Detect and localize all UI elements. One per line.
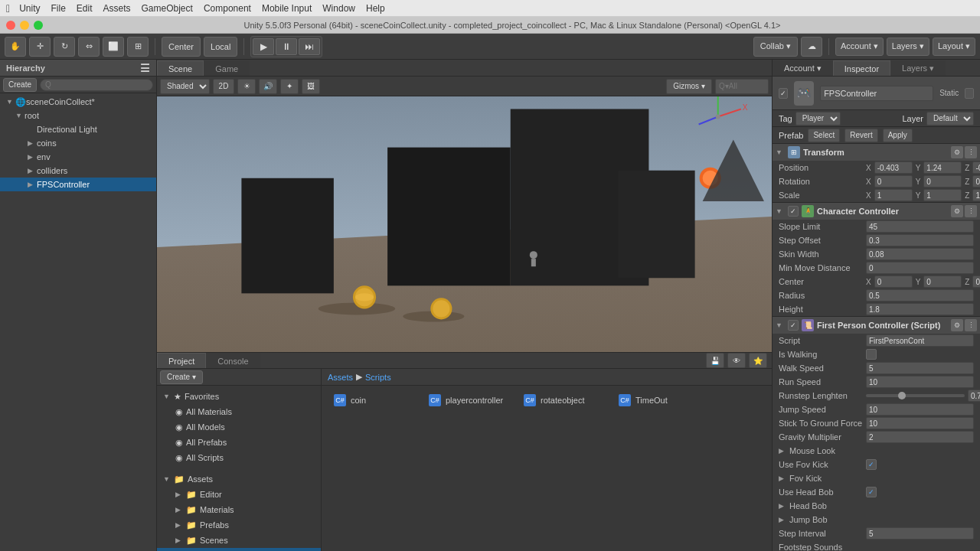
tab-layers[interactable]: Layers ▾ <box>890 60 946 76</box>
pause-button[interactable]: ⏸ <box>276 38 297 55</box>
menu-window[interactable]: Window <box>322 3 355 14</box>
jump-speed-input[interactable] <box>866 403 974 416</box>
use-head-bob-checkbox[interactable] <box>866 487 877 497</box>
menu-edit[interactable]: Edit <box>77 3 93 14</box>
scale-z-input[interactable] <box>972 189 980 201</box>
sidebar-materials[interactable]: ▶ 📁 Materials <box>157 502 321 517</box>
project-eye-btn[interactable]: 👁 <box>727 353 746 368</box>
step-offset-input[interactable] <box>866 234 974 246</box>
gravity-input[interactable] <box>866 431 974 443</box>
hierarchy-item-light[interactable]: Directional Light <box>0 122 156 136</box>
sidebar-scenes[interactable]: ▶ 📁 Scenes <box>157 533 321 548</box>
fov-kick-row[interactable]: ▶ Fov Kick <box>773 471 980 485</box>
rot-y-input[interactable] <box>923 175 962 187</box>
hierarchy-item-coins[interactable]: ▶ coins <box>0 136 156 150</box>
tab-inspector[interactable]: Inspector <box>833 60 890 76</box>
radius-input[interactable] <box>866 289 974 302</box>
hierarchy-item-root[interactable]: ▼ root <box>0 109 156 122</box>
step-button[interactable]: ⏭ <box>299 38 320 55</box>
sidebar-all-materials[interactable]: ◉ All Materials <box>157 404 321 419</box>
transform-more-icon[interactable]: ⋮ <box>965 146 977 158</box>
scale-y-input[interactable] <box>923 189 962 201</box>
move-tool-button[interactable]: ✛ <box>29 37 51 57</box>
sidebar-all-scripts[interactable]: ◉ All Scripts <box>157 450 321 465</box>
mouse-look-row[interactable]: ▶ Mouse Look <box>773 444 980 458</box>
transform-header[interactable]: ▼ ⊞ Transform ⚙ ⋮ <box>773 144 980 161</box>
hierarchy-item-fps[interactable]: ▶ FPSController <box>0 178 156 191</box>
favorites-header[interactable]: ▼ ★ Favorites <box>157 389 321 404</box>
shaded-dropdown[interactable]: Shaded <box>160 79 210 94</box>
script-input[interactable] <box>866 334 974 347</box>
cc-more-icon[interactable]: ⋮ <box>965 205 977 217</box>
menu-gameobject[interactable]: GameObject <box>142 3 193 14</box>
rect-tool-button[interactable]: ⬜ <box>103 37 124 57</box>
transform-settings-icon[interactable]: ⚙ <box>951 146 963 158</box>
file-rotateobject[interactable]: C# rotateobject <box>518 392 609 409</box>
cy-input[interactable] <box>923 276 962 288</box>
hierarchy-item-env[interactable]: ▶ env <box>0 150 156 164</box>
sidebar-editor[interactable]: ▶ 📁 Editor <box>157 487 321 502</box>
revert-btn[interactable]: Revert <box>844 129 877 142</box>
tab-console[interactable]: Console <box>206 353 260 368</box>
scene-search[interactable] <box>715 79 769 94</box>
slope-input[interactable] <box>866 220 974 233</box>
gizmos-button[interactable]: Gizmos ▾ <box>666 79 712 94</box>
layers-dropdown[interactable]: Layers ▾ <box>887 37 929 56</box>
hierarchy-search[interactable] <box>40 79 153 91</box>
audio-toggle[interactable]: 🔊 <box>259 79 277 94</box>
project-star-btn[interactable]: ⭐ <box>749 353 767 368</box>
rotate-tool-button[interactable]: ↻ <box>54 37 75 57</box>
stick-input[interactable] <box>866 417 974 429</box>
project-save-btn[interactable]: 💾 <box>706 353 724 368</box>
tab-project[interactable]: Project <box>157 353 206 368</box>
go-name-input[interactable]: FPSController <box>820 86 933 101</box>
tab-scene[interactable]: Scene <box>157 60 204 76</box>
runstep-slider[interactable] <box>866 394 965 397</box>
apple-menu[interactable]:  <box>6 2 10 15</box>
layout-dropdown[interactable]: Layout ▾ <box>933 37 975 56</box>
fps-settings-icon[interactable]: ⚙ <box>951 319 963 331</box>
hierarchy-lock-icon[interactable]: ☰ <box>140 62 150 74</box>
fx-toggle[interactable]: ✦ <box>280 79 299 94</box>
sidebar-scripts[interactable]: ▼ 📁 Scripts <box>157 548 321 551</box>
rot-x-input[interactable] <box>874 175 913 187</box>
menu-file[interactable]: File <box>51 3 65 14</box>
hierarchy-item-scene[interactable]: ▼ 🌐 sceneCoinCollect* <box>0 95 156 109</box>
pos-x-input[interactable] <box>874 161 913 174</box>
file-coin[interactable]: C# coin <box>328 392 420 409</box>
sidebar-prefabs[interactable]: ▶ 📁 Prefabs <box>157 517 321 533</box>
menu-component[interactable]: Component <box>204 3 251 14</box>
run-speed-input[interactable] <box>866 376 974 388</box>
cc-enabled[interactable] <box>788 206 799 217</box>
menu-assets[interactable]: Assets <box>103 3 131 14</box>
file-playercontroller[interactable]: C# playercontroller <box>423 392 514 409</box>
height-input[interactable] <box>866 303 974 315</box>
menu-mobile-input[interactable]: Mobile Input <box>262 3 312 14</box>
collab-button[interactable]: Collab ▾ <box>753 37 798 57</box>
tag-dropdown[interactable]: Player <box>795 112 841 126</box>
use-fov-checkbox[interactable] <box>866 459 877 470</box>
breadcrumb-assets[interactable]: Assets <box>328 373 353 382</box>
scene-view[interactable]: X Y <box>157 96 772 352</box>
light-toggle[interactable]: ☀ <box>237 79 256 94</box>
apply-btn[interactable]: Apply <box>883 129 913 142</box>
play-button[interactable]: ▶ <box>253 38 274 55</box>
center-pivot-button[interactable]: Center <box>162 37 201 57</box>
cc-settings-icon[interactable]: ⚙ <box>951 205 963 217</box>
pos-z-input[interactable] <box>972 161 980 174</box>
sidebar-all-models[interactable]: ◉ All Models <box>157 419 321 435</box>
hand-tool-button[interactable]: ✋ <box>5 37 26 57</box>
jump-bob-row[interactable]: ▶ Jump Bob <box>773 513 980 527</box>
scale-x-input[interactable] <box>874 189 913 201</box>
file-timeout[interactable]: C# TimeOut <box>612 392 704 409</box>
runstep-input[interactable] <box>968 390 980 402</box>
rot-z-input[interactable] <box>972 175 980 187</box>
scale-tool-button[interactable]: ⇔ <box>78 37 100 57</box>
char-controller-header[interactable]: ▼ 🧍 Character Controller ⚙ ⋮ <box>773 203 980 220</box>
min-move-input[interactable] <box>866 262 974 274</box>
menu-unity[interactable]: Unity <box>19 3 40 14</box>
local-global-button[interactable]: Local <box>204 37 237 57</box>
project-create-button[interactable]: Create ▾ <box>160 370 203 384</box>
create-button[interactable]: Create <box>3 78 37 92</box>
fps-enabled[interactable] <box>788 320 799 331</box>
